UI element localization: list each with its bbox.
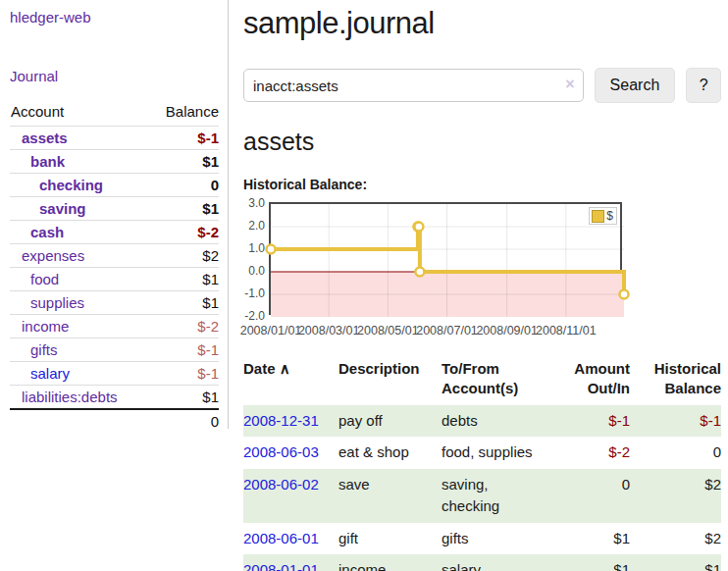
y-axis-tick-label: 0.0 xyxy=(241,264,265,278)
transaction-balance: 0 xyxy=(630,437,721,469)
transaction-accounts: salary xyxy=(442,554,551,571)
transaction-accounts: debts xyxy=(442,405,551,438)
transaction-description: save xyxy=(338,469,442,523)
transactions-table: Date ∧ Description To/From Account(s) Am… xyxy=(243,359,721,571)
transaction-amount: 0 xyxy=(551,469,630,523)
y-axis-tick-label: 2.0 xyxy=(241,219,265,233)
help-button[interactable]: ? xyxy=(686,68,721,103)
account-row: bank $1 xyxy=(10,150,219,174)
search-form: × Search ? xyxy=(243,68,721,103)
account-link-checking[interactable]: checking xyxy=(39,177,103,193)
app-title-link[interactable]: hledger-web xyxy=(10,9,91,26)
account-balance: $1 xyxy=(149,197,219,221)
account-balance: $-2 xyxy=(149,221,219,244)
account-link-salary[interactable]: salary xyxy=(30,365,70,382)
chart-legend: $ xyxy=(589,207,617,225)
transaction-balance: $2 xyxy=(630,469,721,523)
account-row: assets $-1 xyxy=(10,127,219,150)
transaction-date-link[interactable]: 2008-06-01 xyxy=(243,530,319,546)
transaction-accounts: food, supplies xyxy=(442,437,551,469)
search-button[interactable]: Search xyxy=(595,68,676,103)
transaction-description: eat & shop xyxy=(338,437,442,469)
date-column-header[interactable]: Date ∧ xyxy=(243,359,338,405)
account-balance: $-1 xyxy=(149,127,219,150)
account-balance: $-1 xyxy=(149,362,219,386)
account-balance: $-1 xyxy=(149,338,219,362)
transaction-balance: $2 xyxy=(630,523,721,555)
y-axis-tick-label: -1.0 xyxy=(241,286,265,300)
transaction-amount: $-1 xyxy=(551,405,630,438)
account-link-saving[interactable]: saving xyxy=(39,200,86,217)
balance-column-header: Historical Balance xyxy=(630,359,721,405)
account-link-assets[interactable]: assets xyxy=(22,130,68,146)
amount-column-header: Amount Out/In xyxy=(551,359,630,405)
transaction-date-link[interactable]: 2008-06-03 xyxy=(243,443,319,460)
balance-column-header: Balance xyxy=(149,101,219,127)
transaction-amount: $1 xyxy=(551,523,630,555)
journal-link[interactable]: Journal xyxy=(10,68,58,84)
account-balance: $1 xyxy=(149,268,219,291)
account-balance: $2 xyxy=(149,244,219,268)
sidebar: hledger-web Journal Account Balance asse… xyxy=(0,0,229,429)
transaction-description: gift xyxy=(338,523,442,555)
x-axis-tick-label: 2008/03/01 xyxy=(298,324,360,337)
clear-search-icon[interactable]: × xyxy=(565,76,574,93)
transaction-row: 2008-06-03 eat & shop food, supplies $-2… xyxy=(243,437,721,469)
account-link-gifts[interactable]: gifts xyxy=(30,341,58,358)
transaction-amount: $-2 xyxy=(551,437,630,469)
account-balance: 0 xyxy=(149,174,219,197)
account-link-liabilities-debts[interactable]: liabilities:debts xyxy=(22,389,118,405)
account-link-income[interactable]: income xyxy=(22,318,69,335)
account-link-supplies[interactable]: supplies xyxy=(30,294,84,311)
accounts-column-header: To/From Account(s) xyxy=(442,359,551,405)
account-row: checking 0 xyxy=(10,174,219,197)
main-content: sample.journal × Search ? assets Histori… xyxy=(243,0,721,571)
transaction-date-link[interactable]: 2008-12-31 xyxy=(243,412,319,429)
account-heading: assets xyxy=(243,128,721,156)
chart-plot-area[interactable]: $ xyxy=(269,202,622,315)
account-row: salary $-1 xyxy=(10,362,219,386)
x-axis-tick-label: 2008/05/01 xyxy=(357,324,419,337)
account-row: food $1 xyxy=(10,268,219,291)
x-axis-tick-label: 2008/01/01 xyxy=(240,324,302,337)
transaction-description: pay off xyxy=(338,405,442,438)
account-link-expenses[interactable]: expenses xyxy=(22,247,84,264)
account-row: cash $-2 xyxy=(10,221,219,244)
transaction-balance: $1 xyxy=(630,554,721,571)
y-axis-tick-label: -2.0 xyxy=(241,309,265,323)
x-axis-tick-label: 2008/09/01 xyxy=(476,324,538,337)
balance-total-row: 0 xyxy=(10,409,219,433)
account-link-food[interactable]: food xyxy=(30,271,59,287)
y-axis-tick-label: 3.0 xyxy=(241,196,265,210)
transaction-row: 2008-12-31 pay off debts $-1 $-1 xyxy=(243,405,721,438)
account-link-bank[interactable]: bank xyxy=(30,153,65,170)
x-axis-tick-label: 2008/07/01 xyxy=(416,324,478,337)
account-row: expenses $2 xyxy=(10,244,219,268)
account-row: income $-2 xyxy=(10,315,219,338)
transaction-date-link[interactable]: 2008-01-01 xyxy=(243,561,319,571)
x-axis-tick-label: 2008/11/01 xyxy=(536,324,597,337)
transaction-accounts: gifts xyxy=(442,523,551,555)
transaction-row: 2008-06-02 save saving, checking 0 $2 xyxy=(243,469,721,523)
sort-ascending-icon: ∧ xyxy=(280,360,290,377)
transaction-accounts: saving, checking xyxy=(442,469,551,523)
y-axis-tick-label: 1.0 xyxy=(241,241,265,255)
account-row: supplies $1 xyxy=(10,291,219,315)
transaction-description: income xyxy=(338,554,442,571)
account-balance-table: Account Balance assets $-1 bank $1 check… xyxy=(10,101,219,433)
transaction-balance: $-1 xyxy=(630,405,721,438)
series-legend-label: $ xyxy=(606,209,613,223)
page-title: sample.journal xyxy=(243,6,721,41)
account-balance: $1 xyxy=(149,150,219,174)
account-column-header: Account xyxy=(10,101,149,127)
account-row: gifts $-1 xyxy=(10,338,219,362)
transaction-row: 2008-01-01 income salary $1 $1 xyxy=(243,554,721,571)
historical-balance-chart: $ 3.02.01.00.0-1.0-2.02008/01/012008/03/… xyxy=(243,202,721,341)
balance-total: 0 xyxy=(149,409,219,433)
chart-title: Historical Balance: xyxy=(243,177,721,192)
account-balance: $1 xyxy=(149,291,219,315)
transaction-date-link[interactable]: 2008-06-02 xyxy=(243,476,319,493)
transactions-header-row: Date ∧ Description To/From Account(s) Am… xyxy=(243,359,721,405)
search-input[interactable] xyxy=(243,69,584,102)
account-link-cash[interactable]: cash xyxy=(30,224,64,240)
